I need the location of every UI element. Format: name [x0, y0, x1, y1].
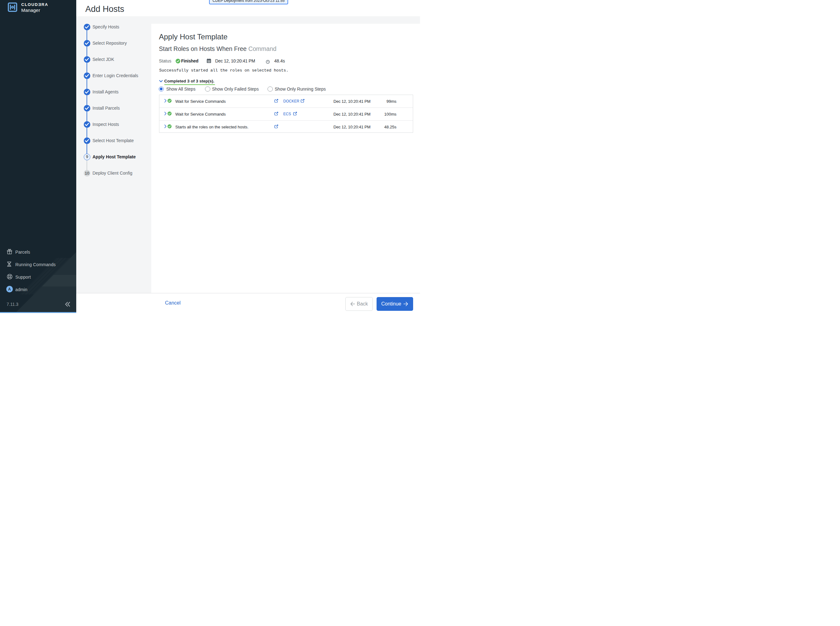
svg-text:A: A — [8, 287, 11, 291]
